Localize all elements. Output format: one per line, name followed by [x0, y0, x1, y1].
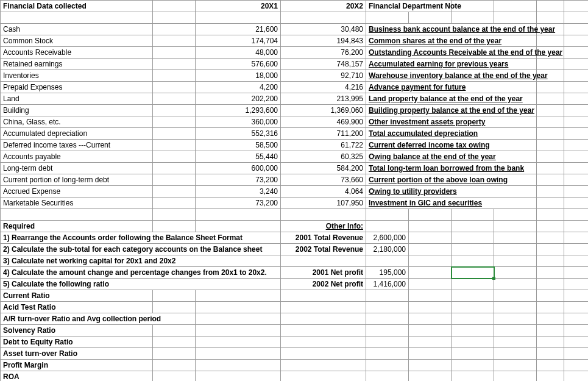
value-20x2[interactable]: 748,157 — [281, 59, 366, 70]
cell[interactable] — [564, 12, 589, 24]
value-20x2[interactable]: 213,995 — [281, 93, 366, 105]
cell[interactable] — [564, 336, 589, 348]
cell[interactable] — [452, 279, 494, 290]
cell[interactable] — [196, 371, 281, 382]
cell[interactable] — [153, 371, 196, 382]
cell[interactable] — [153, 128, 196, 140]
cell[interactable] — [409, 221, 452, 232]
note-cell[interactable]: Owing to utility providers — [366, 186, 409, 198]
cell[interactable] — [564, 93, 589, 105]
spreadsheet[interactable]: Financial Data collected 20X1 20X2 Finan… — [0, 0, 588, 381]
cell[interactable] — [537, 12, 564, 24]
cell[interactable] — [1, 12, 153, 24]
cell[interactable] — [564, 163, 589, 174]
note-cell[interactable]: Current deferred income tax owing — [366, 140, 409, 151]
cell[interactable] — [537, 360, 564, 371]
ratio-label[interactable]: Asset turn-over Ratio — [1, 348, 153, 360]
cell[interactable] — [196, 336, 281, 348]
row-label[interactable]: Land — [1, 93, 153, 105]
cell[interactable] — [537, 174, 564, 186]
row-label[interactable]: Accrued Expense — [1, 186, 153, 198]
note-cell[interactable]: Common shares at the end of the year — [366, 35, 409, 47]
cell[interactable] — [494, 325, 537, 336]
cell[interactable] — [153, 198, 196, 209]
cell[interactable] — [281, 12, 366, 24]
value-20x2[interactable]: 92,710 — [281, 70, 366, 82]
cell[interactable] — [564, 244, 589, 255]
required-item[interactable]: 3) Calculate net working capital for 20x… — [1, 255, 153, 267]
cell[interactable] — [537, 105, 564, 116]
cell[interactable] — [153, 163, 196, 174]
cell[interactable] — [153, 348, 196, 360]
cell[interactable] — [1, 209, 153, 221]
cell[interactable] — [153, 209, 196, 221]
note-cell[interactable]: Building property balance at the end of … — [366, 105, 409, 116]
cell[interactable] — [494, 267, 537, 279]
cell[interactable] — [494, 336, 537, 348]
cell[interactable] — [537, 1, 564, 12]
cell[interactable] — [452, 12, 494, 24]
cell[interactable] — [281, 255, 366, 267]
cell[interactable] — [153, 24, 196, 35]
other-info-label[interactable]: 2001 Net profit — [281, 267, 366, 279]
cell[interactable] — [537, 232, 564, 244]
cell[interactable] — [564, 47, 589, 59]
cell[interactable] — [153, 279, 196, 290]
note-cell[interactable]: Accumulated earning for previous years — [366, 59, 409, 70]
cell[interactable] — [494, 221, 537, 232]
cell[interactable] — [537, 348, 564, 360]
row-label[interactable]: Retained earnings — [1, 59, 153, 70]
cell[interactable] — [452, 348, 494, 360]
cell[interactable] — [366, 302, 409, 313]
cell[interactable] — [409, 360, 452, 371]
cell[interactable] — [452, 186, 494, 198]
cell[interactable] — [564, 116, 589, 128]
cell[interactable] — [196, 313, 281, 325]
cell[interactable] — [537, 140, 564, 151]
cell[interactable] — [494, 209, 537, 221]
value-20x1[interactable]: 48,000 — [196, 47, 281, 59]
header-title[interactable]: Financial Data collected — [1, 1, 153, 12]
cell[interactable] — [494, 371, 537, 382]
value-20x2[interactable]: 711,200 — [281, 128, 366, 140]
cell[interactable] — [452, 336, 494, 348]
cell[interactable] — [494, 313, 537, 325]
cell[interactable] — [537, 116, 564, 128]
other-info-value[interactable]: 2,600,000 — [366, 232, 409, 244]
value-20x2[interactable]: 30,480 — [281, 24, 366, 35]
cell[interactable] — [564, 174, 589, 186]
cell[interactable] — [366, 371, 409, 382]
cell[interactable] — [196, 255, 281, 267]
cell[interactable] — [409, 325, 452, 336]
note-cell[interactable]: Business bank account balance at the end… — [366, 24, 409, 35]
cell[interactable] — [196, 302, 281, 313]
note-cell[interactable]: Total accumulated depreciation — [366, 128, 409, 140]
cell[interactable] — [281, 209, 366, 221]
cell[interactable] — [153, 105, 196, 116]
cell[interactable] — [452, 221, 494, 232]
header-20x2[interactable]: 20X2 — [281, 1, 366, 12]
other-info-value[interactable]: 1,416,000 — [366, 279, 409, 290]
cell[interactable] — [452, 209, 494, 221]
row-label[interactable]: Long-term debt — [1, 163, 153, 174]
required-heading[interactable]: Required — [1, 221, 153, 232]
cell[interactable] — [452, 325, 494, 336]
value-20x2[interactable]: 4,064 — [281, 186, 366, 198]
row-label[interactable]: Building — [1, 105, 153, 116]
row-label[interactable]: Accounts Receivable — [1, 47, 153, 59]
note-cell[interactable]: Current portion of the above loan owing — [366, 174, 409, 186]
cell[interactable] — [366, 313, 409, 325]
row-label[interactable]: Accounts payable — [1, 151, 153, 163]
cell[interactable] — [494, 140, 537, 151]
cell[interactable] — [494, 186, 537, 198]
cell[interactable] — [409, 290, 452, 302]
cell[interactable] — [366, 348, 409, 360]
cell[interactable] — [409, 313, 452, 325]
cell[interactable] — [452, 302, 494, 313]
cell[interactable] — [494, 302, 537, 313]
cell[interactable] — [537, 93, 564, 105]
cell[interactable] — [537, 198, 564, 209]
note-cell[interactable]: Other investment assets property — [366, 116, 409, 128]
cell[interactable] — [196, 290, 281, 302]
cell[interactable] — [452, 244, 494, 255]
